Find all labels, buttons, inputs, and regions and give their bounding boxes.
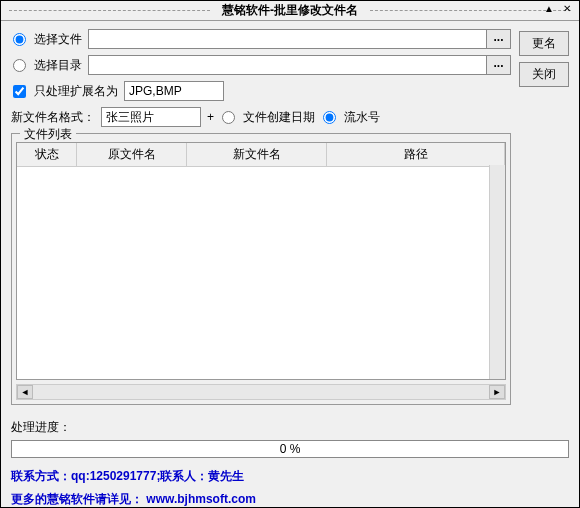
scroll-left-icon[interactable]: ◄	[17, 385, 33, 399]
select-dir-radio[interactable]	[13, 59, 26, 72]
more-prefix: 更多的慧铭软件请详见：	[11, 492, 143, 506]
col-status[interactable]: 状态	[17, 143, 77, 166]
minimize-icon[interactable]: ▲	[541, 3, 557, 17]
file-list-fieldset: 文件列表 状态 原文件名 新文件名 路径 ◄ ►	[11, 133, 511, 405]
dir-path-input[interactable]	[88, 55, 487, 75]
app-window: 慧铭软件-批里修改文件名 ▲ ✕ 选择文件 ... 选择目录 ...	[0, 0, 580, 508]
footer: 联系方式：qq:1250291777;联系人：黄先生 更多的慧铭软件请详见： w…	[1, 464, 579, 508]
scroll-right-icon[interactable]: ►	[489, 385, 505, 399]
col-orig[interactable]: 原文件名	[77, 143, 187, 166]
vertical-scrollbar[interactable]	[489, 165, 505, 379]
file-list-legend: 文件列表	[20, 126, 76, 143]
scroll-track[interactable]	[33, 385, 489, 399]
horizontal-scrollbar[interactable]: ◄ ►	[16, 384, 506, 400]
titlebar: 慧铭软件-批里修改文件名 ▲ ✕	[1, 1, 579, 21]
progress-bar: 0 %	[11, 440, 569, 458]
more-line: 更多的慧铭软件请详见： www.bjhmsoft.com	[11, 491, 569, 508]
select-dir-label: 选择目录	[34, 57, 82, 74]
select-dir-row: 选择目录 ...	[11, 55, 511, 75]
file-path-input[interactable]	[88, 29, 487, 49]
close-icon[interactable]: ✕	[559, 3, 575, 17]
format-row: 新文件名格式： + 文件创建日期 流水号	[11, 107, 511, 127]
col-new[interactable]: 新文件名	[187, 143, 327, 166]
close-button[interactable]: 关闭	[519, 62, 569, 87]
window-title: 慧铭软件-批里修改文件名	[218, 2, 362, 19]
ext-checkbox[interactable]	[13, 85, 26, 98]
content-area: 选择文件 ... 选择目录 ... 只处理扩展名为	[1, 21, 579, 413]
rename-button[interactable]: 更名	[519, 31, 569, 56]
ext-label: 只处理扩展名为	[34, 83, 118, 100]
progress-section: 处理进度： 0 %	[11, 419, 569, 458]
website-link[interactable]: www.bjhmsoft.com	[146, 492, 256, 506]
select-file-radio[interactable]	[13, 33, 26, 46]
browse-dir-button[interactable]: ...	[487, 55, 511, 75]
file-input-group: ...	[88, 29, 511, 49]
ext-row: 只处理扩展名为	[11, 81, 511, 101]
progress-text: 0 %	[280, 442, 301, 456]
format-input[interactable]	[101, 107, 201, 127]
title-controls: ▲ ✕	[541, 3, 575, 17]
side-buttons: 更名 关闭	[519, 29, 569, 405]
col-path[interactable]: 路径	[327, 143, 505, 166]
dir-input-group: ...	[88, 55, 511, 75]
progress-label: 处理进度：	[11, 419, 569, 436]
table-header: 状态 原文件名 新文件名 路径	[17, 143, 505, 167]
serial-radio[interactable]	[323, 111, 336, 124]
contact-line: 联系方式：qq:1250291777;联系人：黄先生	[11, 468, 569, 485]
plus-label: +	[207, 110, 214, 124]
file-table: 状态 原文件名 新文件名 路径	[16, 142, 506, 380]
ext-input[interactable]	[124, 81, 224, 101]
main-column: 选择文件 ... 选择目录 ... 只处理扩展名为	[11, 29, 511, 405]
browse-file-button[interactable]: ...	[487, 29, 511, 49]
select-file-label: 选择文件	[34, 31, 82, 48]
serial-label: 流水号	[344, 109, 380, 126]
date-label: 文件创建日期	[243, 109, 315, 126]
format-label: 新文件名格式：	[11, 109, 95, 126]
select-file-row: 选择文件 ...	[11, 29, 511, 49]
date-radio[interactable]	[222, 111, 235, 124]
